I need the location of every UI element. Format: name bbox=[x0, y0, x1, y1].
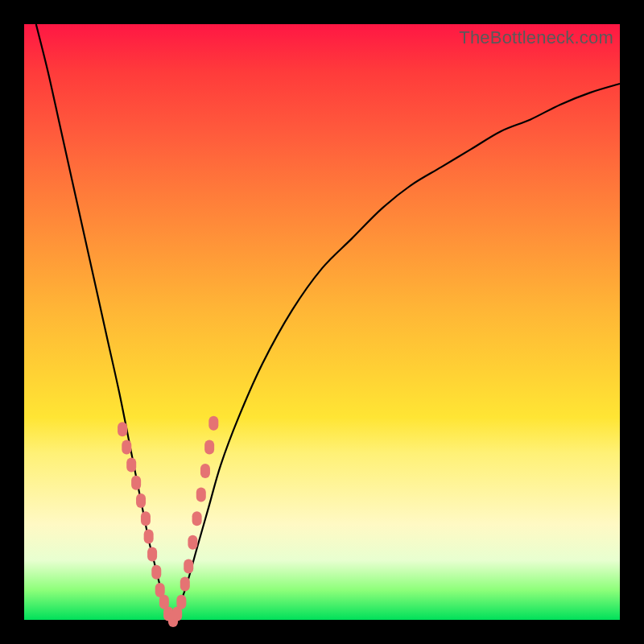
marker-point bbox=[122, 440, 131, 454]
curve-right-branch bbox=[173, 84, 620, 620]
marker-point bbox=[196, 488, 206, 502]
marker-point bbox=[144, 529, 154, 543]
marker-point bbox=[126, 458, 136, 473]
marker-point bbox=[141, 511, 151, 526]
marker-point bbox=[188, 535, 197, 550]
marker-point bbox=[151, 565, 161, 580]
marker-point bbox=[136, 493, 146, 508]
marker-point bbox=[118, 422, 127, 436]
marker-group bbox=[118, 416, 218, 627]
marker-point bbox=[180, 577, 190, 592]
curve-left-branch bbox=[36, 24, 173, 620]
marker-point bbox=[131, 476, 141, 490]
chart-plot-area: TheBottleneck.com bbox=[24, 24, 620, 620]
marker-point bbox=[184, 559, 193, 573]
watermark-text: TheBottleneck.com bbox=[459, 27, 613, 48]
marker-point bbox=[200, 464, 210, 478]
marker-point bbox=[176, 595, 186, 609]
marker-point bbox=[208, 416, 218, 431]
marker-point bbox=[204, 440, 214, 454]
marker-point bbox=[147, 547, 157, 562]
bottleneck-curve-chart bbox=[24, 24, 620, 620]
marker-point bbox=[192, 511, 202, 526]
